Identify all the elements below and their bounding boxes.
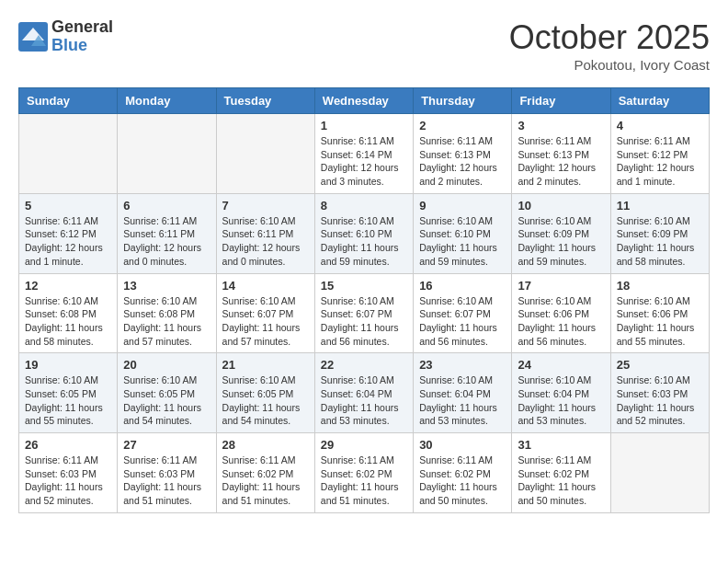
calendar-cell: 31Sunrise: 6:11 AM Sunset: 6:02 PM Dayli… [512,433,610,513]
calendar-cell: 10Sunrise: 6:10 AM Sunset: 6:09 PM Dayli… [512,193,610,273]
day-info: Sunrise: 6:10 AM Sunset: 6:07 PM Dayligh… [321,294,407,349]
day-number: 11 [617,199,703,213]
day-number: 28 [222,438,309,452]
day-number: 14 [222,279,309,293]
day-info: Sunrise: 6:11 AM Sunset: 6:03 PM Dayligh… [25,454,111,508]
day-number: 12 [25,279,111,293]
day-info: Sunrise: 6:10 AM Sunset: 6:08 PM Dayligh… [25,294,111,349]
day-number: 3 [518,119,604,132]
calendar-cell: 22Sunrise: 6:10 AM Sunset: 6:04 PM Dayli… [314,353,413,433]
weekday-header-row: SundayMondayTuesdayWednesdayThursdayFrid… [19,88,710,114]
day-info: Sunrise: 6:10 AM Sunset: 6:04 PM Dayligh… [321,373,407,428]
day-info: Sunrise: 6:11 AM Sunset: 6:02 PM Dayligh… [518,454,604,508]
calendar-cell: 23Sunrise: 6:10 AM Sunset: 6:04 PM Dayli… [414,353,512,433]
day-info: Sunrise: 6:10 AM Sunset: 6:05 PM Dayligh… [222,373,309,428]
day-info: Sunrise: 6:11 AM Sunset: 6:12 PM Dayligh… [617,134,703,189]
calendar-week-row: 26Sunrise: 6:11 AM Sunset: 6:03 PM Dayli… [19,433,710,513]
day-number: 16 [419,279,506,293]
day-number: 26 [25,438,111,452]
calendar-week-row: 19Sunrise: 6:10 AM Sunset: 6:05 PM Dayli… [19,353,710,433]
calendar-cell: 2Sunrise: 6:11 AM Sunset: 6:13 PM Daylig… [414,114,512,194]
calendar-cell: 15Sunrise: 6:10 AM Sunset: 6:07 PM Dayli… [314,273,413,353]
logo-blue: Blue [51,37,113,55]
day-number: 21 [222,358,309,372]
day-number: 4 [617,119,703,132]
day-number: 18 [617,279,703,293]
calendar-cell: 9Sunrise: 6:10 AM Sunset: 6:10 PM Daylig… [414,193,512,273]
calendar-cell: 21Sunrise: 6:10 AM Sunset: 6:05 PM Dayli… [216,353,314,433]
weekday-header-monday: Monday [118,88,216,114]
calendar-week-row: 5Sunrise: 6:11 AM Sunset: 6:12 PM Daylig… [19,193,710,273]
calendar-cell: 3Sunrise: 6:11 AM Sunset: 6:13 PM Daylig… [512,114,610,194]
calendar-cell: 13Sunrise: 6:10 AM Sunset: 6:08 PM Dayli… [118,273,216,353]
day-number: 22 [321,358,407,372]
day-number: 5 [25,199,111,213]
calendar-cell: 29Sunrise: 6:11 AM Sunset: 6:02 PM Dayli… [314,433,413,513]
day-info: Sunrise: 6:10 AM Sunset: 6:09 PM Dayligh… [518,214,604,269]
day-info: Sunrise: 6:11 AM Sunset: 6:02 PM Dayligh… [419,454,506,508]
weekday-header-friday: Friday [512,88,610,114]
day-number: 7 [222,199,309,213]
calendar-cell: 25Sunrise: 6:10 AM Sunset: 6:03 PM Dayli… [610,353,709,433]
day-info: Sunrise: 6:10 AM Sunset: 6:07 PM Dayligh… [222,294,309,349]
calendar-cell: 27Sunrise: 6:11 AM Sunset: 6:03 PM Dayli… [118,433,216,513]
day-info: Sunrise: 6:10 AM Sunset: 6:04 PM Dayligh… [518,373,604,428]
day-number: 23 [419,358,506,372]
day-info: Sunrise: 6:10 AM Sunset: 6:06 PM Dayligh… [617,294,703,349]
day-info: Sunrise: 6:10 AM Sunset: 6:05 PM Dayligh… [25,373,111,428]
weekday-header-thursday: Thursday [414,88,512,114]
calendar: SundayMondayTuesdayWednesdayThursdayFrid… [18,87,710,513]
day-number: 9 [419,199,506,213]
calendar-cell: 11Sunrise: 6:10 AM Sunset: 6:09 PM Dayli… [610,193,709,273]
day-info: Sunrise: 6:11 AM Sunset: 6:02 PM Dayligh… [222,454,309,508]
day-number: 13 [123,279,210,293]
calendar-week-row: 1Sunrise: 6:11 AM Sunset: 6:14 PM Daylig… [19,114,710,194]
day-number: 8 [321,199,407,213]
calendar-cell: 24Sunrise: 6:10 AM Sunset: 6:04 PM Dayli… [512,353,610,433]
calendar-cell: 16Sunrise: 6:10 AM Sunset: 6:07 PM Dayli… [414,273,512,353]
day-number: 20 [123,358,210,372]
day-number: 2 [419,119,506,132]
day-number: 25 [617,358,703,372]
day-number: 17 [518,279,604,293]
calendar-cell: 28Sunrise: 6:11 AM Sunset: 6:02 PM Dayli… [216,433,314,513]
logo: General Blue [18,18,113,55]
calendar-cell: 5Sunrise: 6:11 AM Sunset: 6:12 PM Daylig… [19,193,118,273]
calendar-cell: 12Sunrise: 6:10 AM Sunset: 6:08 PM Dayli… [19,273,118,353]
logo-text: General Blue [51,18,113,55]
day-info: Sunrise: 6:11 AM Sunset: 6:03 PM Dayligh… [123,454,210,508]
day-number: 15 [321,279,407,293]
day-number: 1 [321,119,407,132]
calendar-cell [610,433,709,513]
calendar-cell: 7Sunrise: 6:10 AM Sunset: 6:11 PM Daylig… [216,193,314,273]
day-info: Sunrise: 6:10 AM Sunset: 6:11 PM Dayligh… [222,214,309,269]
calendar-cell: 26Sunrise: 6:11 AM Sunset: 6:03 PM Dayli… [19,433,118,513]
calendar-cell [118,114,216,194]
day-number: 29 [321,438,407,452]
calendar-cell [216,114,314,194]
day-info: Sunrise: 6:10 AM Sunset: 6:04 PM Dayligh… [419,373,506,428]
day-number: 19 [25,358,111,372]
title-area: October 2025 Pokoutou, Ivory Coast [509,18,710,73]
day-number: 10 [518,199,604,213]
day-number: 31 [518,438,604,452]
day-info: Sunrise: 6:11 AM Sunset: 6:11 PM Dayligh… [123,214,210,269]
day-number: 27 [123,438,210,452]
calendar-cell: 30Sunrise: 6:11 AM Sunset: 6:02 PM Dayli… [414,433,512,513]
calendar-cell: 17Sunrise: 6:10 AM Sunset: 6:06 PM Dayli… [512,273,610,353]
day-number: 24 [518,358,604,372]
day-info: Sunrise: 6:10 AM Sunset: 6:09 PM Dayligh… [617,214,703,269]
day-info: Sunrise: 6:10 AM Sunset: 6:08 PM Dayligh… [123,294,210,349]
calendar-cell: 19Sunrise: 6:10 AM Sunset: 6:05 PM Dayli… [19,353,118,433]
day-number: 30 [419,438,506,452]
calendar-cell [19,114,118,194]
day-info: Sunrise: 6:11 AM Sunset: 6:02 PM Dayligh… [321,454,407,508]
calendar-cell: 20Sunrise: 6:10 AM Sunset: 6:05 PM Dayli… [118,353,216,433]
weekday-header-sunday: Sunday [19,88,118,114]
day-info: Sunrise: 6:11 AM Sunset: 6:12 PM Dayligh… [25,214,111,269]
weekday-header-tuesday: Tuesday [216,88,314,114]
day-info: Sunrise: 6:11 AM Sunset: 6:14 PM Dayligh… [321,134,407,189]
logo-icon [18,22,48,52]
calendar-cell: 8Sunrise: 6:10 AM Sunset: 6:10 PM Daylig… [314,193,413,273]
calendar-cell: 6Sunrise: 6:11 AM Sunset: 6:11 PM Daylig… [118,193,216,273]
